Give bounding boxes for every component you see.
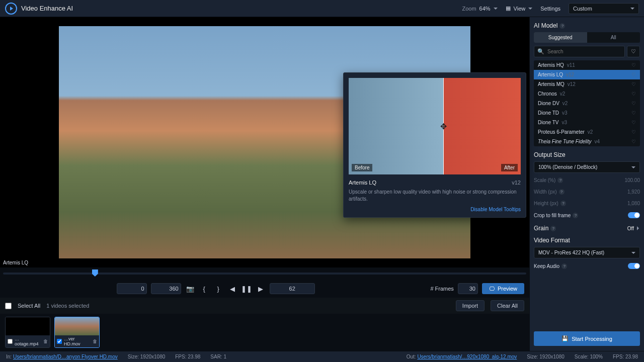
- save-icon: 💾: [561, 335, 569, 342]
- help-icon[interactable]: ?: [559, 23, 565, 29]
- crop-toggle[interactable]: [628, 212, 640, 218]
- search-input[interactable]: [547, 49, 621, 54]
- format-dropdown[interactable]: MOV - ProRes 422 HQ (Fast): [534, 247, 640, 258]
- heart-icon: ♡: [631, 48, 636, 55]
- zoom-control[interactable]: Zoom 64%: [462, 6, 497, 12]
- topbar: Video Enhance AI Zoom 64% ▦ View Setting…: [0, 0, 644, 17]
- keep-audio-toggle[interactable]: [628, 263, 640, 269]
- heart-icon[interactable]: ♡: [631, 91, 636, 97]
- clip-toolbar: Select All 1 videos selected Import Clea…: [0, 298, 529, 314]
- statusbar: In: Users/brianmatiash/D…anyon Flyover H…: [0, 351, 644, 362]
- heart-icon[interactable]: ♡: [631, 120, 636, 125]
- model-row[interactable]: Artemis HQv11♡: [534, 60, 640, 70]
- clip-item[interactable]: …ver HD.mov🗑: [54, 317, 100, 348]
- trash-icon[interactable]: 🗑: [93, 339, 97, 344]
- next-frame-icon[interactable]: ▶: [256, 284, 266, 294]
- favorites-filter[interactable]: ♡: [627, 46, 640, 57]
- model-row[interactable]: Chronosv2♡: [534, 89, 640, 99]
- chevron-down-icon: [630, 8, 634, 10]
- tab-suggested[interactable]: Suggested: [534, 32, 587, 43]
- settings-link[interactable]: Settings: [540, 6, 560, 12]
- output-size-heading: Output Size: [534, 151, 640, 158]
- chevron-down-icon: [494, 8, 498, 10]
- clip-checkbox[interactable]: [8, 339, 13, 344]
- model-tooltip: ✥ Before After Artemis LQ v12 Upscale or…: [343, 72, 526, 218]
- prev-frame-icon[interactable]: ◀: [227, 284, 237, 294]
- model-row[interactable]: Artemis LQv12♡: [534, 70, 640, 79]
- import-button[interactable]: Import: [456, 300, 485, 311]
- grain-heading[interactable]: Grain?Off: [534, 225, 640, 232]
- disable-tooltips-link[interactable]: Disable Model Tooltips: [349, 207, 521, 212]
- search-icon: 🔍: [537, 48, 544, 55]
- chevron-down-icon: [528, 8, 532, 10]
- output-path-link[interactable]: Users/brianmatiash/…920x1080_alq-12.mov: [417, 354, 517, 359]
- model-tabs: Suggested All: [534, 32, 640, 43]
- heart-icon[interactable]: ♡: [631, 72, 636, 77]
- preset-dropdown[interactable]: Custom: [569, 3, 639, 14]
- model-row[interactable]: Proteus 6-Parameterv2♡: [534, 127, 640, 137]
- heart-icon[interactable]: ♡: [631, 139, 636, 144]
- current-frame-input[interactable]: 62: [270, 283, 315, 294]
- model-row[interactable]: Dione TDv3♡: [534, 108, 640, 118]
- mark-out-icon[interactable]: }: [213, 284, 223, 294]
- model-search[interactable]: 🔍: [534, 46, 625, 57]
- heart-icon[interactable]: ♡: [631, 101, 636, 106]
- mark-in-icon[interactable]: {: [199, 284, 209, 294]
- ai-model-heading: AI Model?: [534, 22, 640, 29]
- playhead[interactable]: [92, 269, 98, 277]
- timeline[interactable]: [0, 267, 529, 280]
- pause-icon[interactable]: ❚❚: [242, 284, 252, 294]
- output-size-dropdown[interactable]: 100% (Denoise / DeBlock): [534, 161, 640, 173]
- clip-tray: …ootage.mp4🗑 …ver HD.mov🗑: [0, 314, 529, 351]
- monitor-icon: 🖵: [489, 286, 495, 292]
- heart-icon[interactable]: ♡: [631, 129, 636, 135]
- heart-icon[interactable]: ♡: [631, 62, 636, 68]
- in-frame-input[interactable]: 0: [117, 283, 147, 294]
- before-after-preview[interactable]: ✥ Before After: [349, 78, 521, 174]
- viewport[interactable]: Artemis LQ ✥ Before After Artemis LQ v12…: [0, 17, 529, 267]
- model-row[interactable]: Dione TVv3♡: [534, 118, 640, 127]
- view-menu[interactable]: ▦ View: [506, 5, 533, 12]
- clip-checkbox[interactable]: [57, 339, 62, 344]
- split-handle-icon[interactable]: ✥: [438, 121, 448, 131]
- out-frame-input[interactable]: 360: [151, 283, 181, 294]
- snapshot-icon[interactable]: 📷: [185, 284, 195, 294]
- preview-button[interactable]: 🖵 Preview: [482, 283, 524, 294]
- video-format-heading: Video Format: [534, 237, 640, 244]
- tooltip-title: Artemis LQ: [349, 179, 376, 186]
- sidebar: AI Model? Suggested All 🔍 ♡ Artemis HQv1…: [529, 17, 644, 351]
- trash-icon[interactable]: 🗑: [43, 339, 48, 344]
- heart-icon[interactable]: ♡: [631, 81, 636, 87]
- model-list: Artemis HQv11♡Artemis LQv12♡Artemis MQv1…: [534, 60, 640, 146]
- model-row[interactable]: Dione DVv2♡: [534, 99, 640, 108]
- start-processing-button[interactable]: 💾 Start Processing: [534, 331, 640, 346]
- grid-icon: ▦: [506, 5, 511, 12]
- clip-item[interactable]: …ootage.mp4🗑: [5, 317, 50, 348]
- app-title: Video Enhance AI: [21, 5, 73, 12]
- transport-controls: 0 360 📷 { } ◀ ❚❚ ▶ 62 # Frames 30 🖵 Prev…: [0, 280, 529, 298]
- select-all-checkbox[interactable]: [5, 303, 12, 309]
- model-row[interactable]: Artemis MQv12♡: [534, 79, 640, 89]
- model-row[interactable]: Theia Fine Tune Fidelityv4♡: [534, 137, 640, 146]
- app-logo: [5, 3, 17, 15]
- model-badge: Artemis LQ: [3, 260, 28, 265]
- heart-icon[interactable]: ♡: [631, 110, 636, 116]
- frame-count-input[interactable]: 30: [458, 283, 478, 294]
- tab-all[interactable]: All: [587, 32, 640, 43]
- input-path-link[interactable]: Users/brianmatiash/D…anyon Flyover HD.mo…: [13, 354, 118, 359]
- clear-all-button[interactable]: Clear All: [491, 300, 524, 311]
